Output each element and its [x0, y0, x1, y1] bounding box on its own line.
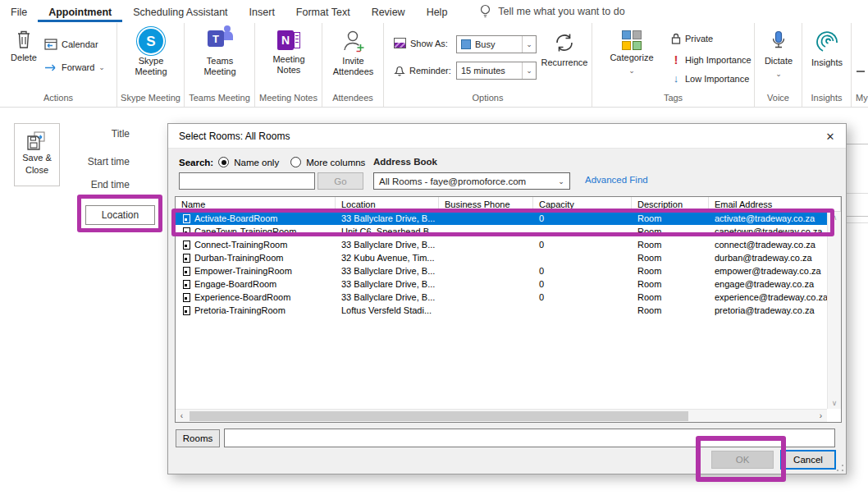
ribbon-group-insights: Insights Insights	[802, 23, 852, 107]
cell-email: activate@tradeway.co.za	[709, 213, 827, 223]
location-button[interactable]: Location	[85, 205, 155, 225]
ribbon-group-voice: Dictate ⌄ Voice	[755, 23, 802, 107]
chevron-down-icon: ⌄	[628, 66, 635, 76]
categorize-button[interactable]: Categorize ⌄	[604, 30, 660, 76]
ribbon-group-options: Show As: Busy ⌄ Reminder: 15 minutes ⌄	[384, 23, 592, 107]
ok-button[interactable]: OK	[711, 451, 774, 469]
recurrence-button[interactable]: Recurrence	[538, 30, 591, 68]
select-rooms-dialog: Select Rooms: All Rooms ✕ Search: Name o…	[167, 123, 847, 474]
scroll-down-icon[interactable]: ∨	[828, 399, 841, 407]
scroll-up-icon[interactable]: ∧	[828, 213, 841, 222]
tab-file[interactable]: File	[0, 2, 38, 22]
rooms-table-header[interactable]: NameLocationBusiness PhoneCapacityDescri…	[176, 197, 841, 212]
teams-meeting-button[interactable]: T TeamsMeeting	[185, 29, 255, 77]
room-icon	[183, 227, 190, 236]
cell-name: Pretoria-TrainingRoom	[176, 305, 336, 315]
tab-appointment[interactable]: Appointment	[38, 2, 122, 22]
low-importance-button[interactable]: ↓ Low Importance	[671, 72, 749, 85]
delete-button[interactable]: Delete	[7, 29, 41, 63]
table-row[interactable]: Connect-TrainingRoom33 Ballyclare Drive,…	[176, 238, 827, 251]
ribbon-group-teams: T TeamsMeeting Teams Meeting	[185, 23, 255, 107]
cell-location: 33 Ballyclare Drive, B...	[336, 240, 439, 250]
categorize-icon	[622, 30, 642, 50]
table-row[interactable]: Activate-BoardRoom33 Ballyclare Drive, B…	[176, 212, 827, 225]
dictate-button[interactable]: Dictate ⌄	[755, 30, 802, 80]
group-label-attendees: Attendees	[322, 93, 383, 103]
go-button[interactable]: Go	[318, 172, 363, 190]
group-label-insights: Insights	[802, 93, 851, 103]
horizontal-scrollbar[interactable]: ‹ ›	[176, 409, 827, 422]
ribbon-group-actions: Delete Calendar Forward ⌄ Actions	[0, 23, 117, 107]
search-label: Search:	[179, 158, 213, 167]
room-icon	[183, 293, 190, 302]
cell-description: Room	[632, 213, 709, 223]
resize-grip[interactable]	[836, 464, 844, 472]
cell-capacity: 0	[533, 240, 632, 250]
reminder-label-row: Reminder:	[394, 64, 451, 76]
cell-email: experience@tradeway.co.za	[709, 292, 827, 302]
show-as-dropdown[interactable]: Busy ⌄	[456, 35, 537, 53]
table-row[interactable]: Empower-TrainingRoom33 Ballyclare Drive,…	[176, 264, 827, 277]
tell-me-box[interactable]: Tell me what you want to do	[479, 4, 624, 19]
scroll-right-icon[interactable]: ›	[815, 411, 827, 420]
calendar-icon	[44, 38, 57, 50]
search-input[interactable]	[179, 172, 315, 190]
ribbon-group-attendees: InviteAttendees Attendees	[322, 23, 384, 107]
dialog-titlebar[interactable]: Select Rooms: All Rooms ✕	[168, 124, 846, 149]
tab-help[interactable]: Help	[416, 2, 459, 22]
group-label-voice: Voice	[755, 93, 802, 103]
calendar-button[interactable]: Calendar	[44, 38, 98, 50]
group-label-skype: Skype Meeting	[117, 93, 184, 103]
cell-email: pretoria@tradeway.co.za	[709, 305, 827, 315]
tab-review[interactable]: Review	[361, 2, 416, 22]
private-button[interactable]: Private	[671, 33, 713, 44]
vertical-scrollbar[interactable]: ∧ ∨	[827, 212, 841, 409]
invite-attendees-button[interactable]: InviteAttendees	[322, 29, 384, 77]
insights-button[interactable]: Insights	[802, 30, 852, 68]
scrollbar-thumb[interactable]	[190, 411, 688, 421]
meeting-notes-button[interactable]: N MeetingNotes	[255, 29, 322, 76]
column-header-description[interactable]: Description	[632, 197, 709, 211]
advanced-find-link[interactable]: Advanced Find	[585, 175, 648, 185]
group-label-options: Options	[384, 93, 592, 103]
column-header-capacity[interactable]: Capacity	[533, 197, 632, 211]
column-header-name[interactable]: Name	[176, 197, 336, 211]
column-header-business-phone[interactable]: Business Phone	[439, 197, 533, 211]
table-row[interactable]: Durban-TrainingRoom32 Kubu Avenue, Tim..…	[176, 251, 827, 264]
reminder-dropdown[interactable]: 15 minutes ⌄	[456, 62, 537, 80]
table-row[interactable]: CapeTown-TrainingRoomUnit C6, Spearhead …	[176, 225, 827, 238]
cell-name: Durban-TrainingRoom	[176, 253, 336, 263]
scroll-left-icon[interactable]: ‹	[176, 411, 188, 420]
close-icon[interactable]: ✕	[821, 128, 839, 144]
tab-format-text[interactable]: Format Text	[286, 2, 361, 22]
more-columns-radio[interactable]	[290, 157, 301, 167]
rooms-field[interactable]	[224, 429, 835, 447]
dialog-search-row: Search: Name only More columns	[179, 157, 365, 167]
tab-insert[interactable]: Insert	[239, 2, 286, 22]
table-row[interactable]: Experience-BoardRoom33 Ballyclare Drive,…	[176, 291, 827, 304]
address-book-dropdown[interactable]: All Rooms - faye@promoforce.com ⌄	[373, 172, 570, 190]
column-header-email-address[interactable]: Email Address	[709, 197, 841, 211]
ribbon-group-meeting-notes: N MeetingNotes Meeting Notes	[255, 23, 322, 107]
tab-scheduling-assistant[interactable]: Scheduling Assistant	[122, 2, 238, 22]
skype-meeting-button[interactable]: S SkypeMeeting	[117, 29, 185, 77]
cell-description: Room	[632, 240, 709, 250]
save-close-button[interactable]: Save & Close	[14, 123, 60, 186]
teams-icon: T	[205, 29, 235, 53]
cell-description: Room	[632, 279, 709, 289]
rooms-button[interactable]: Rooms	[176, 429, 220, 447]
group-label-meeting-notes: Meeting Notes	[255, 93, 322, 103]
cell-description: Room	[632, 292, 709, 302]
name-only-radio[interactable]	[218, 157, 229, 167]
cell-email: engage@tradeway.co.za	[709, 279, 827, 289]
rooms-table-body: Activate-BoardRoom33 Ballyclare Drive, B…	[176, 212, 827, 409]
cell-location: 33 Ballyclare Drive, B...	[336, 266, 439, 276]
column-header-location[interactable]: Location	[336, 197, 439, 211]
forward-button[interactable]: Forward ⌄	[44, 62, 105, 72]
table-row[interactable]: Engage-BoardRoom33 Ballyclare Drive, B..…	[176, 277, 827, 291]
insights-icon	[815, 30, 839, 55]
cell-location: Unit C6, Spearhead B...	[336, 227, 439, 236]
high-importance-button[interactable]: ! High Importance	[671, 53, 752, 66]
cancel-button[interactable]: Cancel	[780, 450, 836, 470]
table-row[interactable]: Pretoria-TrainingRoomLoftus Versfeld Sta…	[176, 304, 827, 317]
